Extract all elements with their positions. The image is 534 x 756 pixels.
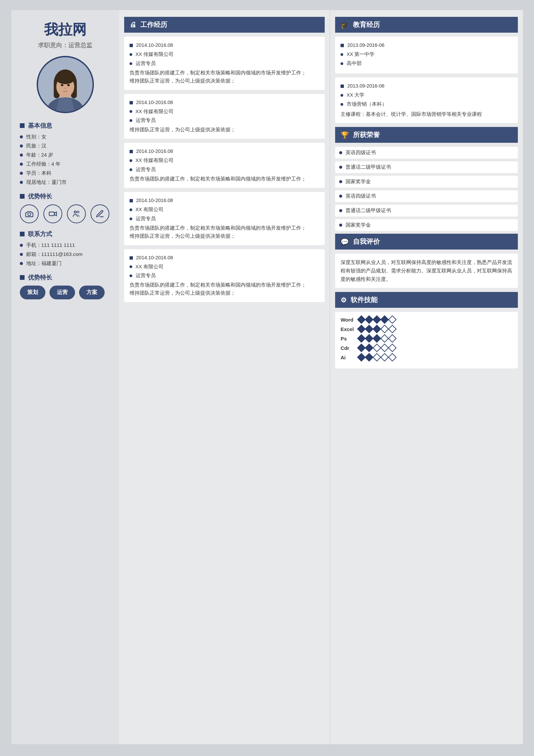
tag-plan2: 方案 — [79, 286, 105, 299]
work-date-5: 2014.10-2016.08 — [136, 254, 173, 262]
diamond-2 — [365, 344, 373, 352]
pen-icon — [96, 209, 104, 218]
bullet-icon — [130, 168, 132, 171]
edu-school-1: XX 第一中学 — [347, 51, 375, 59]
address-label: 地址：福建厦门 — [26, 260, 62, 267]
edu-extra-2: 主修课程：基本会计、统计学、国际市场营销学等相关专业课程 — [341, 110, 512, 119]
edu-dept-2: 市场营销（本科） — [347, 100, 387, 108]
skill-ai-name: Ai — [341, 355, 356, 360]
location-label: 现居地址：厦门市 — [26, 179, 67, 186]
work-company-1: XX 传媒有限公司 — [136, 51, 174, 59]
diamond-1 — [357, 353, 365, 362]
education-item: 学历：本科 — [20, 170, 111, 176]
work-date-row-4: 2014.10-2016.08 — [130, 197, 320, 205]
bullet-icon — [130, 53, 132, 56]
edu-school-row-1: XX 第一中学 — [341, 51, 512, 59]
diamond-1 — [357, 325, 365, 333]
bullet-icon — [20, 253, 23, 256]
svg-point-10 — [61, 84, 63, 86]
bullet-icon — [341, 103, 343, 106]
work-card-5: 2014.10-2016.08 XX 有限公司 运营专员 负责市场团队的搭建工作… — [124, 249, 325, 302]
work-desc-3: 负责市场团队的搭建工作，制定相关市场策略和国内领域的市场开发维护工作； — [130, 175, 320, 183]
work-section-title: 工作经历 — [140, 20, 167, 29]
diamond-4 — [380, 334, 389, 343]
tag-ops: 运营 — [49, 286, 75, 299]
work-position-2: 运营专员 — [136, 117, 156, 125]
edu-school-2: XX 大学 — [347, 91, 364, 99]
honor-1: 英语四级证书 — [335, 147, 518, 159]
diamond-3 — [372, 334, 381, 343]
bullet-icon — [20, 262, 23, 265]
honor-4: 英语四级证书 — [335, 190, 518, 202]
skill-word-name: Word — [341, 317, 356, 323]
diamond-1 — [357, 316, 365, 324]
bullet-icon — [20, 163, 23, 166]
work-company-3: XX 传媒有限公司 — [136, 157, 174, 165]
square-icon — [130, 44, 133, 47]
work-company-2: XX 传媒有限公司 — [136, 108, 174, 116]
video-icon-circle — [43, 204, 62, 223]
self-eval-header: 💬 自我评价 — [335, 234, 518, 250]
work-date-4: 2014.10-2016.08 — [136, 197, 173, 205]
edu-date-row-2: 2013.09-2016-06 — [341, 82, 512, 90]
square-icon — [130, 150, 133, 153]
header-square-icon — [20, 194, 25, 199]
honors-section-header: 🏆 所获荣誉 — [335, 127, 518, 143]
edu-date-row-1: 2013.09-2016-06 — [341, 41, 512, 50]
work-position-row-4: 运营专员 — [130, 215, 320, 223]
bullet-icon — [339, 209, 342, 212]
diamond-1 — [357, 334, 365, 343]
honor-label-2: 普通话二级甲级证书 — [346, 164, 391, 170]
bullet-icon — [341, 94, 343, 97]
bullet-icon — [130, 62, 132, 65]
honor-5: 普通话二级甲级证书 — [335, 205, 518, 217]
diamond-4 — [380, 316, 389, 324]
grad-icon: 🎓 — [341, 21, 349, 29]
skills-icons-row — [20, 204, 111, 223]
bullet-icon — [130, 119, 132, 122]
diamond-5 — [388, 316, 396, 324]
avatar — [37, 56, 94, 113]
self-eval-title: 自我评价 — [353, 237, 380, 246]
work-company-row-3: XX 传媒有限公司 — [130, 157, 320, 165]
diamond-4 — [380, 325, 389, 333]
right-column: 🎓 教育经历 2013.09-2016-06 XX 第一中学 高中部 — [330, 10, 523, 744]
honor-label-1: 英语四级证书 — [346, 150, 376, 156]
honor-label-3: 国家奖学金 — [346, 178, 371, 185]
honor-label-5: 普通话二级甲级证书 — [346, 207, 391, 214]
svg-point-11 — [67, 84, 70, 86]
ethnicity-item: 民族：汉 — [20, 143, 111, 149]
age-label: 年龄：24 岁 — [26, 152, 54, 158]
tags-container: 策划 运营 方案 — [20, 286, 111, 299]
software-section-title: 软件技能 — [351, 295, 378, 304]
skill-ps: Ps — [341, 335, 512, 341]
work-position-3: 运营专员 — [136, 166, 156, 174]
work-date-row-1: 2014.10-2016.08 — [130, 41, 320, 50]
diamond-row-excel — [358, 326, 395, 332]
diamond-2 — [365, 325, 373, 333]
diamond-5 — [388, 325, 396, 333]
diamond-2 — [365, 316, 373, 324]
diamond-row-ai — [358, 354, 395, 360]
skill-excel: Excel — [341, 326, 512, 332]
software-section-header: ⚙ 软件技能 — [335, 292, 518, 308]
work-date-row-3: 2014.10-2016.08 — [130, 147, 320, 156]
age-item: 年龄：24 岁 — [20, 152, 111, 158]
honors-section-title: 所获荣誉 — [353, 130, 380, 139]
location-item: 现居地址：厦门市 — [20, 179, 111, 186]
honor-6: 国家奖学金 — [335, 219, 518, 231]
work-card-3: 2014.10-2016.08 XX 传媒有限公司 运营专员 负责市场团队的搭建… — [124, 143, 325, 188]
email-label: 邮箱：111111@163.com — [26, 251, 83, 258]
edu-dept-row-1: 高中部 — [341, 60, 512, 68]
user-group-icon-circle — [67, 204, 86, 223]
resume-container: 我拉网 求职意向：运营总监 — [11, 10, 523, 744]
svg-point-16 — [77, 211, 79, 213]
skill-cdr: Cdr — [341, 345, 512, 351]
honor-3: 国家奖学金 — [335, 176, 518, 188]
work-position-1: 运营专员 — [136, 60, 156, 68]
diamond-1 — [357, 344, 365, 352]
svg-point-15 — [74, 211, 76, 213]
work-desc-2: 维持团队正常运营，为公司上级提供决策依据； — [130, 126, 320, 134]
diamond-5 — [388, 344, 396, 352]
avatar-container — [20, 56, 111, 113]
